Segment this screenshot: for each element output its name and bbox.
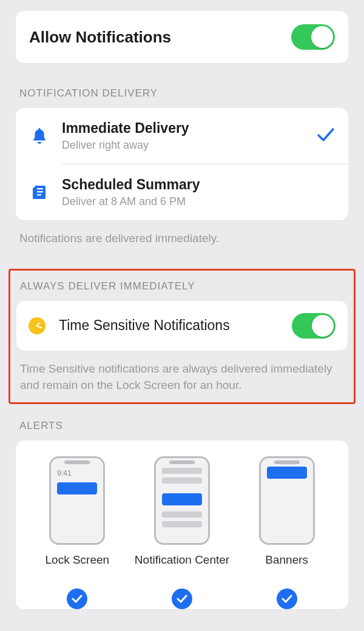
time-sensitive-highlight: ALWAYS DELIVER IMMEDIATELY Time Sensitiv… bbox=[8, 269, 356, 404]
time-sensitive-toggle[interactable] bbox=[292, 313, 335, 339]
clock-icon bbox=[29, 317, 46, 334]
alert-option-label: Lock Screen bbox=[46, 553, 110, 582]
delivery-footer: Notifications are delivered immediately. bbox=[19, 230, 345, 247]
delivery-option-immediate[interactable]: Immediate Delivery Deliver right away bbox=[16, 108, 348, 164]
time-sensitive-label: Time Sensitive Notifications bbox=[59, 317, 278, 334]
time-sensitive-card: Time Sensitive Notifications bbox=[16, 301, 348, 351]
svg-rect-4 bbox=[37, 194, 41, 195]
delivery-option-texts: Immediate Delivery Deliver right away bbox=[62, 120, 305, 152]
banners-preview-icon bbox=[259, 456, 315, 545]
alerts-section-header: ALERTS bbox=[19, 420, 345, 432]
svg-rect-2 bbox=[37, 188, 43, 189]
alert-options-grid: 9:41 Lock Screen Notification Center bbox=[28, 456, 336, 609]
time-sensitive-section-header: ALWAYS DELIVER IMMEDIATELY bbox=[20, 280, 344, 292]
alert-selected-check-icon[interactable] bbox=[67, 589, 87, 609]
time-sensitive-row[interactable]: Time Sensitive Notifications bbox=[16, 301, 348, 351]
preview-time: 9:41 bbox=[57, 469, 71, 477]
svg-rect-1 bbox=[33, 187, 35, 199]
allow-notifications-label: Allow Notifications bbox=[29, 28, 291, 47]
notification-center-preview-icon bbox=[154, 456, 210, 545]
bell-icon bbox=[29, 128, 50, 144]
summary-icon bbox=[29, 184, 50, 200]
checkmark-icon bbox=[317, 127, 335, 144]
delivery-option-title: Scheduled Summary bbox=[62, 177, 335, 193]
alert-option-label: Notification Center bbox=[135, 553, 229, 582]
alert-selected-check-icon[interactable] bbox=[172, 589, 192, 609]
time-sensitive-footer: Time Sensitive notifications are always … bbox=[20, 360, 344, 394]
alert-selected-check-icon[interactable] bbox=[277, 589, 297, 609]
delivery-option-texts: Scheduled Summary Deliver at 8 AM and 6 … bbox=[62, 177, 335, 208]
delivery-section-header: NOTIFICATION DELIVERY bbox=[19, 87, 345, 100]
alert-option-label: Banners bbox=[265, 553, 308, 582]
allow-notifications-card: Allow Notifications bbox=[16, 11, 348, 63]
alert-option-banners[interactable]: Banners bbox=[237, 456, 336, 609]
alerts-card: 9:41 Lock Screen Notification Center bbox=[16, 440, 348, 609]
alert-option-lock-screen[interactable]: 9:41 Lock Screen bbox=[28, 456, 127, 609]
delivery-option-summary[interactable]: Scheduled Summary Deliver at 8 AM and 6 … bbox=[16, 164, 348, 220]
delivery-card: Immediate Delivery Deliver right away Sc… bbox=[16, 108, 348, 220]
toggle-knob bbox=[312, 315, 334, 337]
toggle-knob bbox=[311, 26, 333, 48]
delivery-option-subtitle: Deliver right away bbox=[62, 139, 305, 152]
svg-rect-3 bbox=[37, 191, 43, 192]
allow-notifications-row[interactable]: Allow Notifications bbox=[16, 11, 348, 63]
delivery-option-subtitle: Deliver at 8 AM and 6 PM bbox=[62, 195, 335, 208]
notifications-settings-screen: Allow Notifications NOTIFICATION DELIVER… bbox=[0, 0, 364, 609]
delivery-option-title: Immediate Delivery bbox=[62, 120, 305, 137]
lock-screen-preview-icon: 9:41 bbox=[49, 456, 105, 545]
alert-option-notification-center[interactable]: Notification Center bbox=[133, 456, 232, 609]
allow-notifications-toggle[interactable] bbox=[291, 24, 335, 50]
